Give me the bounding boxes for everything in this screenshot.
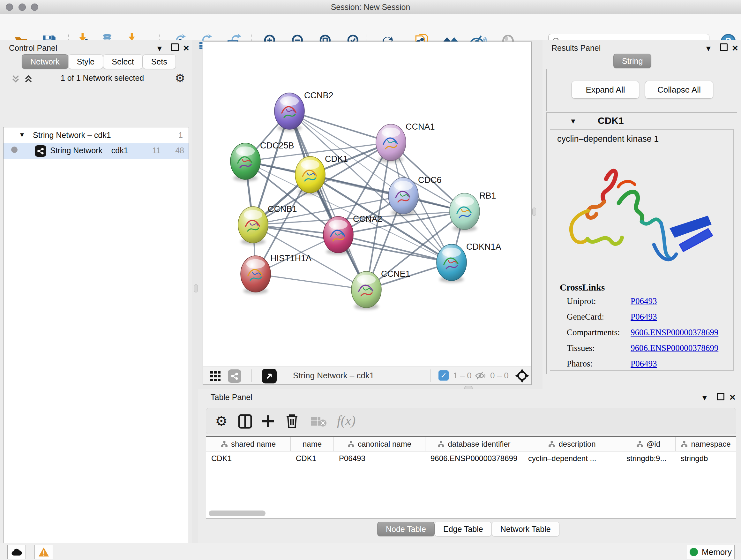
- network-status-dot: [11, 146, 17, 153]
- crosslink-link[interactable]: P06493: [630, 312, 657, 322]
- network-node-CDK1[interactable]: CDK1: [295, 154, 348, 195]
- protein-name: CDK1: [598, 115, 624, 126]
- crosslink-row: Uniprot:P06493: [567, 296, 726, 306]
- network-node-RB1[interactable]: RB1: [450, 191, 496, 232]
- network-view-panel: CCNB2CCNA1CDC25BCDK1CDC6RB1CCNB1CCNA2CDK…: [203, 42, 532, 385]
- tab-select[interactable]: Select: [103, 54, 142, 69]
- crosslink-label: GeneCard:: [567, 312, 630, 322]
- results-panel-menu-icon[interactable]: ▼: [704, 44, 712, 53]
- network-node-HIST1H1A[interactable]: HIST1H1A: [241, 253, 312, 294]
- table-panel-menu-icon[interactable]: ▼: [701, 393, 709, 402]
- expand-all-icon[interactable]: [23, 74, 33, 84]
- network-node-CDC6[interactable]: CDC6: [388, 175, 442, 216]
- network-node-CCNE1[interactable]: CCNE1: [351, 269, 410, 310]
- tab-style[interactable]: Style: [68, 54, 104, 69]
- right-splitter-handle[interactable]: [532, 207, 536, 216]
- tab-edge-table[interactable]: Edge Table: [434, 522, 492, 537]
- control-panel: Control Panel ▼ × NetworkStyleSelectSets…: [0, 40, 192, 543]
- collection-label: String Network – cdk1: [33, 131, 111, 140]
- tab-string[interactable]: String: [613, 54, 651, 68]
- grid-view-icon[interactable]: [210, 371, 221, 381]
- tab-network-table[interactable]: Network Table: [492, 522, 559, 537]
- control-panel-float-icon[interactable]: [171, 44, 179, 53]
- table-cell: CDK1: [291, 451, 334, 466]
- toolbar-divider: [470, 369, 470, 382]
- table-panel-float-icon[interactable]: [717, 393, 724, 402]
- network-node-count: 11: [152, 146, 160, 155]
- expand-all-button[interactable]: Expand All: [571, 81, 639, 99]
- table-row[interactable]: CDK1CDK1P064939606.ENSP00000378699cyclin…: [206, 451, 736, 466]
- table-cell: stringdb: [676, 451, 736, 466]
- column-header-name[interactable]: name: [291, 437, 334, 451]
- table-cell: CDK1: [206, 451, 291, 466]
- column-header-canonical-name[interactable]: canonical name: [334, 437, 425, 451]
- network-row-selected[interactable]: String Network – cdk1 11 48: [3, 143, 189, 159]
- column-header-database-identifier[interactable]: database identifier: [425, 437, 523, 451]
- toolbar-divider: [430, 369, 430, 382]
- node-label: CCNB1: [268, 204, 297, 214]
- warning-icon: [38, 547, 49, 557]
- tab-node-table[interactable]: Node Table: [377, 522, 434, 537]
- tab-network[interactable]: Network: [22, 54, 68, 69]
- hierarchy-icon: [437, 441, 445, 448]
- node-label: HIST1H1A: [270, 253, 312, 263]
- crosslink-label: Tissues:: [567, 343, 630, 353]
- table-gear-icon[interactable]: ⚙: [215, 413, 227, 429]
- control-panel-close-icon[interactable]: ×: [183, 44, 189, 52]
- column-header-description[interactable]: description: [523, 437, 621, 451]
- network-view-toolbar: String Network – cdk1 ✓ 1 – 0 0 – 0: [203, 367, 531, 384]
- node-label: CDC6: [418, 175, 442, 185]
- birdseye-view-icon[interactable]: [262, 369, 277, 383]
- crosshair-icon[interactable]: [515, 369, 529, 383]
- network-edge[interactable]: [289, 111, 391, 142]
- split-columns-icon[interactable]: [238, 414, 252, 429]
- hierarchy-icon: [636, 441, 643, 448]
- results-panel-close-icon[interactable]: ×: [732, 44, 738, 52]
- collapse-all-button[interactable]: Collapse All: [645, 81, 713, 99]
- column-header-namespace[interactable]: namespace: [676, 437, 736, 451]
- delete-column-icon[interactable]: [285, 414, 299, 429]
- network-options-gear-icon[interactable]: ⚙: [175, 71, 185, 84]
- results-panel-float-icon[interactable]: [720, 44, 728, 53]
- column-header--id[interactable]: @id: [621, 437, 676, 451]
- hidden-eye-icon[interactable]: [475, 371, 486, 381]
- function-builder-icon[interactable]: f(x): [337, 413, 355, 428]
- collapse-all-icon[interactable]: [11, 74, 20, 84]
- control-panel-title: Control Panel: [9, 44, 57, 53]
- node-label: CCNE1: [381, 269, 410, 279]
- table-cell: stringdb:9...: [621, 451, 676, 466]
- crosslink-link[interactable]: 9606.ENSP00000378699: [630, 343, 718, 353]
- delete-table-icon[interactable]: [310, 416, 327, 428]
- cloud-icon: [11, 548, 22, 556]
- protein-description: cyclin–dependent kinase 1: [557, 134, 659, 144]
- crosslink-row: Tissues:9606.ENSP00000378699: [567, 343, 726, 353]
- crosslink-link[interactable]: 9606.ENSP00000378699: [630, 327, 718, 337]
- node-label: CDK1: [325, 154, 348, 164]
- left-splitter-handle[interactable]: [194, 284, 198, 293]
- crosslink-link[interactable]: P06493: [630, 296, 657, 306]
- selected-checkbox-icon[interactable]: ✓: [439, 370, 449, 381]
- hidden-counts: 0 – 0: [490, 371, 509, 381]
- share-view-icon[interactable]: [228, 369, 241, 383]
- horizontal-scrollbar[interactable]: [209, 510, 266, 516]
- protein-expander-icon[interactable]: ▼: [569, 117, 577, 125]
- network-node-CCNB1[interactable]: CCNB1: [238, 204, 297, 245]
- collection-count: 1: [179, 131, 183, 140]
- tab-sets[interactable]: Sets: [143, 54, 176, 69]
- crosslink-link[interactable]: P06493: [630, 359, 657, 369]
- network-canvas[interactable]: CCNB2CCNA1CDC25BCDK1CDC6RB1CCNB1CCNA2CDK…: [203, 42, 531, 367]
- warning-button[interactable]: [35, 545, 53, 559]
- table-toolbar: ⚙ f(x): [206, 408, 736, 434]
- memory-button[interactable]: Memory: [687, 545, 735, 559]
- network-edge[interactable]: [256, 274, 366, 290]
- selected-counts: 1 – 0: [453, 371, 472, 381]
- cloud-button[interactable]: [7, 545, 26, 559]
- node-label: CDC25B: [260, 141, 294, 150]
- network-node-CDKN1A[interactable]: CDKN1A: [436, 242, 501, 283]
- add-column-icon[interactable]: [261, 414, 275, 428]
- table-panel-close-icon[interactable]: ×: [730, 393, 736, 401]
- network-collection-row[interactable]: ▼ String Network – cdk1 1: [3, 129, 189, 143]
- column-header-shared-name[interactable]: shared name: [206, 437, 291, 451]
- tree-expander-icon[interactable]: ▼: [19, 131, 25, 138]
- control-panel-menu-icon[interactable]: ▼: [156, 44, 163, 53]
